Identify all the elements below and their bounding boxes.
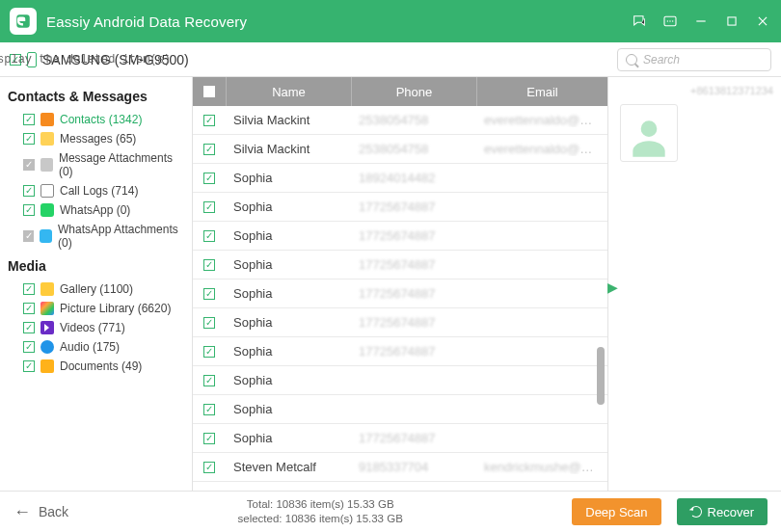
svg-point-2 [669,20,670,21]
scrollbar-thumb[interactable] [597,347,605,405]
footer: ← Back Total: 10836 item(s) 15.33 GB sel… [0,492,781,532]
back-button[interactable]: ← Back [13,502,68,522]
item-checkbox[interactable] [23,204,35,216]
cell-name: Sophia [226,171,351,185]
sidebar-item-label: Audio (175) [60,340,120,354]
cell-phone: 2538054758 [351,142,476,156]
item-checkbox[interactable] [23,360,35,372]
table-row[interactable]: Sophia17725674887 [193,222,607,251]
row-checkbox[interactable] [203,115,215,126]
sidebar-item[interactable]: Call Logs (714) [8,181,184,200]
row-checkbox[interactable] [203,259,215,271]
col-phone[interactable]: Phone [351,77,476,106]
minimize-icon[interactable] [692,13,710,30]
item-checkbox[interactable] [23,341,35,353]
table-row[interactable]: Sophia [193,395,607,424]
sidebar-item[interactable]: Audio (175) [8,337,184,357]
icon-attach-icon [40,158,53,172]
item-checkbox[interactable] [23,133,35,145]
icon-whatsapp2-icon [40,229,52,243]
row-checkbox[interactable] [203,173,215,184]
item-checkbox[interactable] [23,114,35,125]
sidebar-item[interactable]: WhatsApp Attachments (0) [8,220,184,253]
cell-phone: 17725674887 [351,344,476,359]
item-checkbox[interactable] [23,159,35,171]
cell-name: Silvia Mackint [226,142,351,156]
sidebar-item-label: Contacts (1342) [60,113,142,126]
item-checkbox[interactable] [23,322,35,333]
cell-name: Sophia [226,286,351,301]
sidebar-item-label: Picture Library (6620) [60,302,171,315]
row-checkbox[interactable] [203,288,215,300]
table-row[interactable]: Sophia17725674887 [193,279,607,308]
cell-email: kendrickmushe@gmail.com [476,460,607,474]
sidebar-item[interactable]: Videos (771) [8,318,184,337]
col-name[interactable]: Name [226,77,351,106]
table-row[interactable]: Sophia18924014482 [193,164,607,193]
row-checkbox[interactable] [203,462,215,473]
icon-messages-icon [40,132,54,146]
icon-whatsapp-icon [40,203,54,217]
contacts-table: Name Phone Email Silvia Mackint253805475… [193,77,607,491]
sidebar-item[interactable]: Message Attachments (0) [8,148,184,181]
row-checkbox[interactable] [203,404,215,415]
cell-name: Sophia [226,373,351,387]
item-checkbox[interactable] [23,230,34,242]
table-row[interactable]: Sophia17725674887 [193,424,607,453]
feedback-icon[interactable] [631,13,648,30]
recover-button[interactable]: Recover [677,498,768,525]
table-row[interactable]: Sophia17725674887 [193,193,607,222]
row-checkbox[interactable] [203,144,215,155]
sidebar-item[interactable]: Messages (65) [8,129,184,148]
sidebar-item[interactable]: WhatsApp (0) [8,200,184,220]
deep-scan-button[interactable]: Deep Scan [572,498,660,525]
item-checkbox[interactable] [23,303,35,314]
table-row[interactable]: Silvia Mackint2538054758everettennaldo@m… [193,106,607,135]
sidebar: Contacts & Messages Contacts (1342)Messa… [0,77,193,491]
sidebar-item[interactable]: Documents (49) [8,357,184,376]
item-checkbox[interactable] [23,185,35,197]
cell-phone: 9185337704 [351,460,476,474]
sidebar-item-label: Call Logs (714) [60,184,138,198]
sidebar-item[interactable]: Contacts (1342) [8,110,184,129]
sidebar-item[interactable]: Picture Library (6620) [8,299,184,318]
col-email[interactable]: Email [476,77,607,106]
sidebar-item-label: Message Attachments (0) [59,151,184,178]
refresh-icon [690,506,702,518]
close-icon[interactable] [754,13,771,30]
select-all-checkbox[interactable] [203,86,215,97]
sidebar-item-label: WhatsApp (0) [60,203,130,217]
sidebar-item-label: Videos (771) [60,321,125,334]
sidebar-item[interactable]: Gallery (1100) [8,279,184,299]
icon-contacts-icon [40,113,54,126]
table-header: Name Phone Email [193,77,607,106]
deleted-filter-toggle[interactable]: OFF Only display the deleted item(s) [0,51,171,68]
cell-phone: 18924014482 [351,171,476,185]
icon-audio-icon [40,340,54,354]
table-row[interactable]: Sophia17725674887 [193,308,607,337]
table-row[interactable]: Steven Metcalf9185337704kendrickmushe@gm… [193,453,607,482]
cell-phone: 17725674887 [351,431,476,445]
row-checkbox[interactable] [203,346,215,358]
row-checkbox[interactable] [203,433,215,444]
sidebar-item-label: Documents (49) [60,359,142,373]
row-checkbox[interactable] [203,201,215,213]
table-row[interactable]: Sophia17725674887 [193,251,607,279]
back-arrow-icon: ← [13,502,31,522]
table-row[interactable]: Sophia17725674887 [193,337,607,366]
maximize-icon[interactable] [723,13,741,30]
table-row[interactable]: Sophia [193,366,607,395]
item-checkbox[interactable] [23,283,35,295]
cell-phone: 17725674887 [351,286,476,301]
icon-gallery-icon [40,282,54,296]
detail-phone: +8613812371234 [690,85,773,96]
table-row[interactable]: Silvia Mackint2538054758everettennaldo@m… [193,135,607,164]
sidebar-item-label: Messages (65) [60,132,136,146]
search-input[interactable]: Search [617,48,771,71]
icon-piclib-icon [40,302,54,315]
row-checkbox[interactable] [203,230,215,242]
row-checkbox[interactable] [203,317,215,329]
menu-icon[interactable] [661,13,679,30]
row-checkbox[interactable] [203,375,215,386]
expand-arrow-icon[interactable]: ▶ [607,279,618,295]
